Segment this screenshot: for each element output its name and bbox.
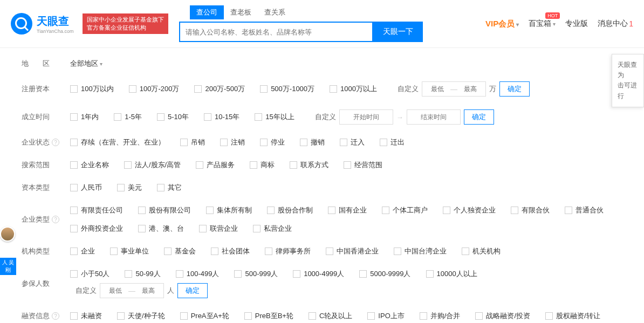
search-button[interactable]: 天眼一下	[373, 22, 423, 42]
insured-opt-5[interactable]: 5000-9999人	[359, 269, 410, 279]
scope-opt-4[interactable]: 联系方式	[290, 160, 328, 170]
finance-opt-5[interactable]: IPO上市	[367, 311, 404, 321]
toolbox-link[interactable]: HOT 百宝箱▾	[529, 19, 556, 29]
enttype-opt-6[interactable]: 个人独资企业	[443, 205, 496, 215]
status-opt-2[interactable]: 注销	[220, 138, 245, 147]
enttype-opt-1[interactable]: 股份有限公司	[138, 205, 191, 215]
insured-opt-1[interactable]: 50-99人	[125, 269, 160, 279]
checkbox-icon	[359, 270, 367, 278]
enttype-opt-2[interactable]: 集体所有制	[206, 205, 252, 215]
help-icon[interactable]: ?	[52, 216, 59, 223]
capital-opt-1[interactable]: 100万-200万	[129, 84, 180, 94]
custom-label: 自定义	[315, 112, 336, 122]
founded-confirm-button[interactable]: 确定	[464, 109, 494, 125]
enttype-label: 企业类型?	[22, 215, 70, 224]
enttype-opt-4[interactable]: 国有企业	[328, 205, 367, 215]
finance-opt-2[interactable]: PreA至A+轮	[180, 311, 229, 321]
checkbox-icon	[180, 139, 188, 146]
scope-opt-0[interactable]: 企业名称	[70, 160, 109, 170]
end-date-input[interactable]	[407, 109, 461, 125]
status-opt-3[interactable]: 停业	[260, 138, 285, 147]
orgtype-opt-0[interactable]: 企业	[70, 246, 95, 256]
checkbox-icon	[340, 139, 347, 146]
capital-low-input[interactable]	[427, 85, 448, 93]
checkbox-icon	[290, 161, 297, 169]
enttype2-opt-0[interactable]: 外商投资企业	[70, 224, 123, 233]
orgtype-opt-6[interactable]: 中国台湾企业	[394, 246, 447, 256]
orgtype-opt-1[interactable]: 事业单位	[110, 246, 149, 256]
founded-opt-3[interactable]: 10-15年	[204, 112, 239, 122]
orgtype-opt-7[interactable]: 机关机构	[462, 246, 501, 256]
checkbox-icon	[260, 85, 268, 93]
chevron-down-icon: ▾	[516, 22, 519, 28]
capital-opt-3[interactable]: 500万-1000万	[260, 84, 314, 94]
status-opt-6[interactable]: 迁出	[380, 138, 405, 147]
floating-avatar[interactable]: 人 吴刚	[0, 226, 16, 275]
unit-label: 万	[489, 84, 496, 94]
finance-opt-3[interactable]: PreB至B+轮	[244, 311, 293, 321]
capital-confirm-button[interactable]: 确定	[499, 81, 530, 97]
captype-opt-1[interactable]: 美元	[117, 183, 142, 193]
checkbox-icon	[265, 248, 272, 255]
insured-opt-6[interactable]: 10000人以上	[426, 269, 477, 279]
insured-opt-3[interactable]: 500-999人	[234, 269, 278, 279]
logo[interactable]: 天眼查 TianYanCha.com	[11, 13, 74, 35]
checkbox-icon	[70, 248, 78, 255]
insured-opt-4[interactable]: 1000-4999人	[293, 269, 344, 279]
enttype-opt-8[interactable]: 普通合伙	[565, 205, 604, 215]
capital-high-input[interactable]	[460, 85, 481, 93]
insured-confirm-button[interactable]: 确定	[177, 283, 208, 298]
founded-opt-0[interactable]: 1年内	[70, 112, 99, 122]
tab-boss[interactable]: 查老板	[224, 5, 258, 19]
enttype-opt-0[interactable]: 有限责任公司	[70, 205, 123, 215]
region-label: 地 区	[22, 59, 70, 68]
capital-opt-4[interactable]: 1000万以上	[330, 84, 377, 94]
finance-opt-4[interactable]: C轮及以上	[309, 311, 352, 321]
enttype2-opt-2[interactable]: 联营企业	[199, 224, 238, 233]
scope-opt-3[interactable]: 商标	[250, 160, 275, 170]
message-link[interactable]: 消息中心1	[598, 19, 633, 29]
region-select[interactable]: 全部地区▾	[70, 59, 102, 68]
finance-opt-0[interactable]: 未融资	[70, 311, 102, 321]
enttype-opt-5[interactable]: 个体工商户	[382, 205, 428, 215]
status-opt-4[interactable]: 撤销	[300, 138, 325, 147]
status-opt-1[interactable]: 吊销	[180, 138, 205, 147]
scope-opt-1[interactable]: 法人/股东/高管	[124, 160, 181, 170]
enttype-opt-7[interactable]: 有限合伙	[511, 205, 550, 215]
capital-opt-0[interactable]: 100万以内	[70, 84, 114, 94]
finance-opt-6[interactable]: 并购/合并	[420, 311, 461, 321]
captype-opt-2[interactable]: 其它	[157, 183, 182, 193]
finance-opt-1[interactable]: 天使/种子轮	[117, 311, 165, 321]
help-icon[interactable]: ?	[52, 139, 59, 146]
vip-link[interactable]: VIP会员▾	[485, 19, 519, 29]
founded-opt-1[interactable]: 1-5年	[114, 112, 142, 122]
founded-opt-4[interactable]: 15年以上	[255, 112, 294, 122]
orgtype-opt-4[interactable]: 律师事务所	[265, 246, 311, 256]
enttype2-opt-3[interactable]: 私营企业	[253, 224, 292, 233]
tab-company[interactable]: 查公司	[190, 5, 224, 19]
enttype2-opt-1[interactable]: 港、澳、台	[138, 224, 184, 233]
finance-opt-7[interactable]: 战略融资/投资	[475, 311, 530, 321]
orgtype-opt-5[interactable]: 中国香港企业	[326, 246, 379, 256]
scope-opt-5[interactable]: 经营范围	[344, 160, 382, 170]
tab-relation[interactable]: 查关系	[258, 5, 292, 19]
orgtype-opt-2[interactable]: 基金会	[164, 246, 196, 256]
captype-opt-0[interactable]: 人民币	[70, 183, 102, 193]
insured-high-input[interactable]	[138, 287, 159, 294]
scope-opt-2[interactable]: 产品服务	[196, 160, 235, 170]
insured-low-input[interactable]	[105, 287, 126, 294]
help-icon[interactable]: ?	[52, 312, 59, 320]
search-input[interactable]	[179, 22, 373, 42]
start-date-input[interactable]	[339, 109, 393, 125]
insured-opt-0[interactable]: 小于50人	[70, 269, 109, 279]
capital-opt-2[interactable]: 200万-500万	[194, 84, 245, 94]
orgtype-opt-3[interactable]: 社会团体	[211, 246, 250, 256]
status-opt-5[interactable]: 迁入	[340, 138, 365, 147]
captype-label: 资本类型	[22, 183, 70, 193]
enttype-opt-3[interactable]: 股份合作制	[267, 205, 313, 215]
founded-opt-2[interactable]: 5-10年	[157, 112, 189, 122]
insured-opt-2[interactable]: 100-499人	[176, 269, 220, 279]
finance-opt-8[interactable]: 股权融资/转让	[545, 311, 600, 321]
pro-link[interactable]: 专业版	[565, 19, 588, 29]
status-opt-0[interactable]: 存续（在营、开业、在业）	[70, 138, 165, 147]
